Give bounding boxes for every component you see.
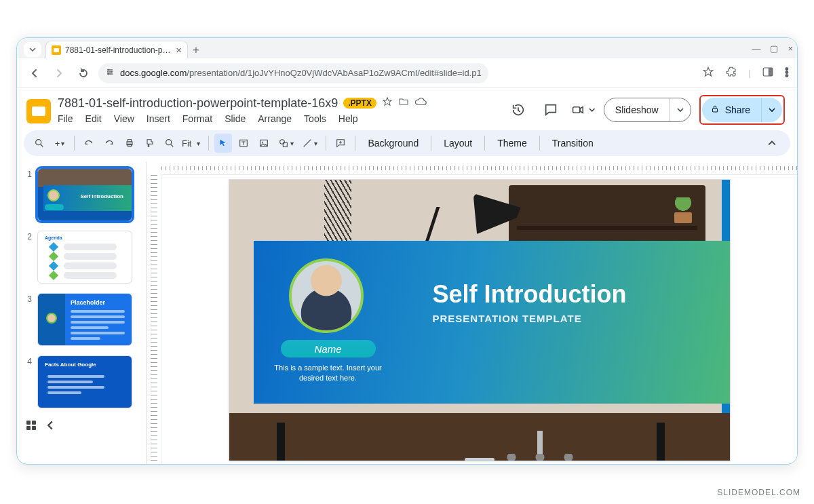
slides-logo-icon[interactable] [26,99,51,123]
browser-menu-icon[interactable]: ••• [785,68,789,78]
zoom-label: Fit [182,138,191,149]
slide-title[interactable]: Self Introduction [433,280,627,309]
collapse-toolbar-icon[interactable] [763,134,781,153]
slideshow-button[interactable]: Slideshow [604,98,691,122]
slide-thumb-4[interactable]: Facts About Google [37,355,132,408]
undo-button[interactable] [80,134,98,153]
comments-icon[interactable] [539,98,563,122]
svg-point-14 [262,142,263,143]
sample-text[interactable]: This is a sample text. Insert your desir… [270,363,387,383]
thumb-number: 4 [25,355,32,408]
slide[interactable]: Name This is a sample text. Insert your … [229,179,731,461]
format-badge[interactable]: .PPTX [343,98,376,109]
menu-view[interactable]: View [114,113,134,124]
browser-window: 7881-01-self-introduction-pow × + — ▢ × [16,37,798,465]
paint-format-button[interactable] [141,134,159,153]
version-history-icon[interactable] [506,98,530,122]
svg-point-7 [36,140,41,145]
window-controls: — ▢ × [752,38,793,58]
menu-tools[interactable]: Tools [304,113,326,124]
transition-button[interactable]: Transition [545,138,600,149]
horizontal-ruler[interactable] [161,161,797,175]
print-button[interactable] [121,134,138,153]
document-title[interactable]: 7881-01-self-introduction-powerpoint-tem… [58,96,338,111]
shape-tool[interactable]: ▾ [275,134,296,153]
filmstrip[interactable]: 1 Self Introduction 2 Agenda [17,161,146,464]
avatar-image[interactable] [289,258,364,333]
url-box[interactable]: docs.google.com/presentation/d/1joJvYHno… [98,63,488,83]
watermark: SLIDEMODEL.COM [717,488,800,497]
minimize-icon[interactable]: — [752,43,760,54]
menu-help[interactable]: Help [338,113,358,124]
layout-button[interactable]: Layout [437,138,479,149]
horizontal-scroll-handle[interactable] [465,458,495,461]
redo-button[interactable] [100,134,118,153]
image-tool[interactable] [255,134,273,153]
svg-rect-9 [128,140,131,142]
svg-rect-4 [768,68,772,76]
slide-thumb-1[interactable]: Self Introduction [37,168,132,221]
thumb-number: 3 [25,293,32,346]
forward-button[interactable] [50,64,69,83]
close-window-icon[interactable]: × [788,43,793,54]
comment-add-icon[interactable] [332,134,349,153]
svg-point-2 [108,73,110,75]
star-icon[interactable] [382,96,393,110]
vertical-ruler[interactable] [147,175,161,464]
menu-format[interactable]: Format [182,113,212,124]
background-button[interactable]: Background [361,138,425,149]
toolbar: +▾ Fit ▾ ▾ ▾ Background Layout Th [24,130,790,156]
menu-file[interactable]: File [58,113,73,124]
menu-bar: File Edit View Insert Format Slide Arran… [58,113,499,124]
thumb-number: 1 [25,168,32,221]
slide-subtitle[interactable]: PRESENTATION TEMPLATE [433,313,582,324]
url-text: docs.google.com/presentation/d/1joJvYHno… [120,68,482,78]
new-slide-button[interactable]: +▾ [51,134,69,153]
cloud-status-icon[interactable] [414,96,427,111]
share-button[interactable]: Share [702,98,782,122]
prev-slide-icon[interactable] [45,421,55,432]
site-settings-icon[interactable] [105,67,115,79]
line-tool[interactable]: ▾ [299,134,320,153]
tabs-dropdown[interactable] [24,42,41,57]
textbox-tool[interactable] [235,134,252,153]
share-label: Share [725,104,750,115]
app-header: 7881-01-self-introduction-powerpoint-tem… [17,88,797,129]
share-highlight: Share [699,95,785,125]
new-tab-button[interactable]: + [188,42,204,58]
theme-button[interactable]: Theme [490,138,534,149]
maximize-icon[interactable]: ▢ [770,43,778,54]
share-dropdown[interactable] [762,106,782,113]
reload-button[interactable] [74,64,93,83]
extensions-icon[interactable] [725,66,737,80]
select-tool[interactable] [214,134,232,153]
slide-thumb-2[interactable]: Agenda [37,231,132,284]
slide-thumb-3[interactable]: Placeholder [37,293,132,346]
menu-arrange[interactable]: Arrange [258,113,292,124]
bookmark-icon[interactable] [702,66,714,80]
svg-rect-5 [573,107,579,113]
menu-insert[interactable]: Insert [147,113,170,124]
meet-button[interactable] [571,98,596,122]
slides-favicon [52,45,61,55]
zoom-control[interactable]: Fit ▾ [161,134,203,153]
grid-view-icon[interactable] [26,421,36,432]
svg-point-0 [108,69,110,71]
menu-slide[interactable]: Slide [225,113,246,124]
back-button[interactable] [25,64,44,83]
side-panel-icon[interactable] [762,66,774,80]
thumb-number: 2 [25,231,32,284]
search-menus-icon[interactable] [31,134,48,153]
slideshow-dropdown[interactable] [670,106,691,113]
work-area: 1 Self Introduction 2 Agenda [17,161,797,464]
lock-icon [710,104,720,116]
close-tab-icon[interactable]: × [176,44,182,56]
name-chip[interactable]: Name [281,340,376,357]
move-icon[interactable] [398,96,409,110]
slide-viewport[interactable]: Name This is a sample text. Insert your … [161,175,797,464]
slideshow-label[interactable]: Slideshow [604,98,670,121]
svg-point-1 [111,71,113,73]
browser-tab[interactable]: 7881-01-self-introduction-pow × [45,41,188,58]
tab-title: 7881-01-self-introduction-pow [65,45,172,55]
menu-edit[interactable]: Edit [85,113,102,124]
